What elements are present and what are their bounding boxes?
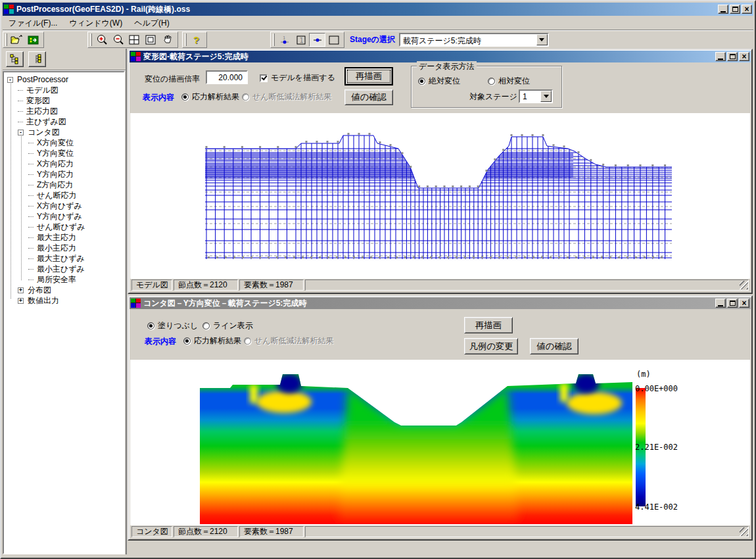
minimize-button[interactable] <box>715 299 726 308</box>
toolbar-grip[interactable] <box>273 34 275 46</box>
collapse-node-icon[interactable]: - <box>7 77 13 83</box>
open-file-button[interactable] <box>9 33 25 47</box>
tree-item-7[interactable]: Y方向変位 <box>5 148 124 158</box>
tree-item-label[interactable]: 変形図 <box>25 95 51 106</box>
tree-item-label[interactable]: 主応力図 <box>25 106 59 116</box>
tree-item-10[interactable]: Z方向応力 <box>5 180 124 190</box>
menu-window[interactable]: ウィンドウ(W) <box>63 16 128 30</box>
tree-item-0[interactable]: -PostProcessor <box>5 74 124 85</box>
tree-item-4[interactable]: 主ひずみ図 <box>5 116 124 127</box>
radio-icon[interactable] <box>181 93 189 101</box>
tree-item-14[interactable]: せん断ひずみ <box>5 222 124 232</box>
element-number-button[interactable]: 1 <box>293 33 309 47</box>
tree-item-16[interactable]: 最小主応力 <box>5 243 124 253</box>
resize-grip[interactable] <box>740 527 748 536</box>
maximize-button[interactable] <box>727 299 738 308</box>
maximize-button[interactable] <box>727 52 738 61</box>
tree-item-3[interactable]: 主応力図 <box>5 106 124 116</box>
close-button[interactable]: × <box>742 5 752 14</box>
tree-item-11[interactable]: せん断応力 <box>5 190 124 201</box>
tree-item-label[interactable]: PostProcessor <box>16 74 70 85</box>
tree-item-label[interactable]: 最大主応力 <box>35 232 78 243</box>
tree-item-label[interactable]: 分布図 <box>26 285 53 295</box>
scale-input[interactable]: 20.000 <box>206 70 248 84</box>
tree-item-5[interactable]: -コンタ図 <box>5 127 124 137</box>
menu-file[interactable]: ファイル(F)... <box>3 16 63 30</box>
radio-icon[interactable] <box>418 78 425 85</box>
expand-node-icon[interactable]: + <box>18 298 24 304</box>
radio-icon[interactable] <box>202 322 210 329</box>
value-check-button[interactable]: 値の確認 <box>530 338 579 354</box>
tree-item-label[interactable]: X方向ひずみ <box>35 201 83 211</box>
minimize-button[interactable] <box>715 52 726 61</box>
tree-item-8[interactable]: X方向応力 <box>5 158 124 169</box>
node-display-button[interactable] <box>309 33 325 47</box>
tree-item-13[interactable]: Y方向ひずみ <box>5 211 124 222</box>
stage-combo-arrow[interactable] <box>536 34 548 45</box>
tree-item-label[interactable]: 最大主ひずみ <box>35 253 86 264</box>
tree-item-label[interactable]: X方向変位 <box>35 137 75 148</box>
zoom-window-button[interactable] <box>143 33 159 47</box>
tree-item-20[interactable]: +分布図 <box>5 285 124 295</box>
tree-expand-button[interactable] <box>6 51 24 67</box>
draw-model-checkbox[interactable]: モデルを描画する <box>260 72 335 84</box>
zoom-out-button[interactable] <box>110 33 126 47</box>
content-shear-radio[interactable]: せん断低減法解析結果 <box>244 335 334 347</box>
tree-item-label[interactable]: コンタ図 <box>26 127 61 137</box>
content-stress-radio[interactable]: 応力解析結果 <box>183 335 241 347</box>
close-button[interactable]: × <box>739 299 749 308</box>
tree-item-15[interactable]: 最大主応力 <box>5 232 124 243</box>
import-model-button[interactable] <box>25 33 41 47</box>
tree-item-label[interactable]: Y方向ひずみ <box>35 211 83 222</box>
resize-grip[interactable] <box>740 281 748 289</box>
tree-item-6[interactable]: X方向変位 <box>5 137 124 148</box>
close-button[interactable]: × <box>739 52 749 61</box>
tree-item-label[interactable]: Y方向変位 <box>35 148 75 158</box>
stage-select-combo[interactable]: 載荷ステージ5:完成時 <box>399 33 549 47</box>
tree-item-label[interactable]: せん断応力 <box>35 190 78 201</box>
radio-icon[interactable] <box>183 337 191 345</box>
tree-item-19[interactable]: 局所安全率 <box>5 274 124 285</box>
target-stage-combo-arrow[interactable] <box>540 91 552 102</box>
tree-item-17[interactable]: 最大主ひずみ <box>5 253 124 264</box>
deformation-canvas[interactable] <box>130 113 750 279</box>
node-number-button[interactable]: 1 <box>276 33 293 47</box>
tree-item-label[interactable]: 数値出力 <box>26 295 60 306</box>
collapse-node-icon[interactable]: - <box>18 130 24 135</box>
tree-item-label[interactable]: せん断ひずみ <box>35 222 86 232</box>
tree-item-label[interactable]: 最小主応力 <box>35 243 78 253</box>
tree-item-label[interactable]: X方向応力 <box>35 158 75 169</box>
expand-node-icon[interactable]: + <box>18 287 24 293</box>
redraw-button[interactable]: 再描画 <box>344 67 393 85</box>
legend-change-button[interactable]: 凡例の変更 <box>464 338 518 354</box>
redraw-button[interactable]: 再描画 <box>464 317 513 333</box>
tree-item-2[interactable]: 変形図 <box>5 95 124 106</box>
tree-item-12[interactable]: X方向ひずみ <box>5 201 124 211</box>
absolute-displacement-radio[interactable]: 絶対変位 <box>418 76 460 87</box>
value-check-button[interactable]: 値の確認 <box>344 89 393 105</box>
maximize-button[interactable] <box>730 5 740 14</box>
content-shear-radio[interactable]: せん断低減法解析結果 <box>242 91 332 103</box>
zoom-in-button[interactable] <box>93 33 110 47</box>
tree-item-label[interactable]: 最小主ひずみ <box>35 264 86 274</box>
toolbar-grip[interactable] <box>185 34 187 46</box>
titlebar[interactable]: PostProcessor(GeoFEAS2D) - Rail(跨線橋).oss… <box>3 3 753 16</box>
tree-item-label[interactable]: Z方向応力 <box>35 180 74 190</box>
pan-button[interactable] <box>159 33 176 47</box>
toolbar-grip[interactable] <box>5 34 7 46</box>
tree-item-label[interactable]: 局所安全率 <box>35 274 78 285</box>
contour-canvas[interactable]: (m) 0.00E+000 2.21E-002 4.41E-002 <box>130 360 750 525</box>
fit-view-button[interactable] <box>126 33 143 47</box>
tree-item-18[interactable]: 最小主ひずみ <box>5 264 124 274</box>
tree-view[interactable]: -PostProcessorモデル図変形図主応力図主ひずみ図-コンタ図X方向変位… <box>3 71 125 554</box>
contour-window-titlebar[interactable]: コンタ図－Y方向変位－載荷ステージ5:完成時 × <box>130 297 751 309</box>
line-mode-radio[interactable]: ライン表示 <box>202 320 253 331</box>
menu-help[interactable]: ヘルプ(H) <box>128 16 176 30</box>
radio-icon[interactable] <box>147 322 154 329</box>
content-stress-radio[interactable]: 応力解析結果 <box>181 91 239 103</box>
fill-mode-radio[interactable]: 塗りつぶし <box>147 320 198 331</box>
toolbar-grip[interactable] <box>90 34 92 46</box>
tree-item-label[interactable]: モデル図 <box>25 85 60 95</box>
element-display-button[interactable] <box>325 33 342 47</box>
tree-item-label[interactable]: 主ひずみ図 <box>25 116 68 127</box>
